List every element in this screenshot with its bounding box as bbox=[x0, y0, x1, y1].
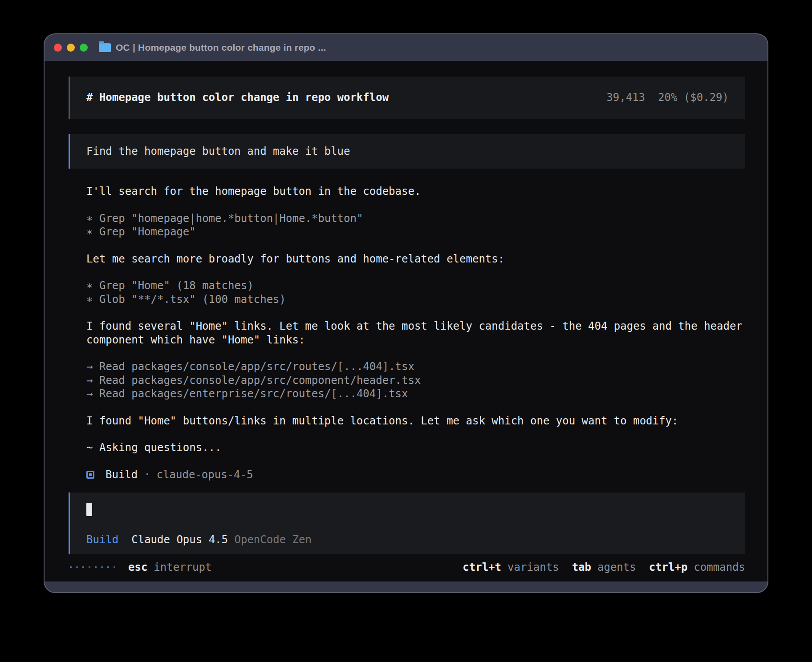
user-message: Find the homepage button and make it blu… bbox=[69, 134, 745, 169]
input-agent-mode[interactable]: Build bbox=[86, 533, 118, 547]
transcript-line: ∗Grep "Homepage" bbox=[86, 225, 745, 239]
line-prefix-icon: ∗ bbox=[86, 293, 93, 306]
transcript-paragraph: Let me search more broadly for buttons a… bbox=[86, 252, 745, 266]
line-prefix-icon: ∗ bbox=[86, 226, 93, 238]
esc-action-label: interrupt bbox=[154, 561, 211, 574]
status-bar: esc interrupt ctrl+t variants tab agents bbox=[69, 561, 745, 574]
agent-status-line: Build · claude-opus-4-5 bbox=[86, 468, 745, 482]
session-header: # Homepage button color change in repo w… bbox=[69, 77, 745, 119]
status-left: esc interrupt bbox=[69, 561, 211, 574]
progress-spinner-icon bbox=[70, 566, 115, 568]
session-stats: 39,413 20% ($0.29) bbox=[606, 91, 729, 105]
agent-name: Build bbox=[106, 468, 138, 482]
transcript-line: I'll search for the homepage button in t… bbox=[86, 185, 745, 198]
text-cursor bbox=[86, 503, 92, 516]
transcript-line: →Read packages/enterprise/src/routes/[..… bbox=[86, 387, 745, 401]
input-provider: OpenCode Zen bbox=[235, 533, 312, 547]
context-usage: 20% ($0.29) bbox=[658, 91, 729, 105]
line-prefix-icon: → bbox=[86, 374, 93, 387]
transcript-line: ~Asking questions... bbox=[86, 441, 745, 455]
close-button[interactable] bbox=[54, 44, 62, 52]
keyboard-hint: tab agents bbox=[572, 561, 636, 574]
transcript-line: I found "Home" buttons/links in multiple… bbox=[86, 414, 745, 428]
transcript-line: →Read packages/console/app/src/component… bbox=[86, 374, 745, 388]
esc-key-hint: esc bbox=[128, 561, 147, 574]
input-meta-row: Build Claude Opus 4.5 OpenCode Zen bbox=[86, 533, 729, 547]
status-right: ctrl+t variants tab agents ctrl+p comman… bbox=[463, 561, 745, 574]
token-count: 39,413 bbox=[606, 91, 645, 105]
transcript-paragraph: I found "Home" buttons/links in multiple… bbox=[86, 414, 745, 428]
transcript-line: Let me search more broadly for buttons a… bbox=[86, 252, 745, 266]
window-title: OC | Homepage button color change in rep… bbox=[116, 42, 326, 53]
folder-icon bbox=[99, 43, 111, 52]
prompt-input[interactable]: Build Claude Opus 4.5 OpenCode Zen bbox=[69, 492, 745, 554]
transcript-paragraph: ∗Grep "Home" (18 matches) ∗Glob "**/*.ts… bbox=[86, 279, 745, 306]
line-prefix-icon: ∗ bbox=[86, 212, 93, 225]
transcript-line: ∗Glob "**/*.tsx" (100 matches) bbox=[86, 293, 745, 307]
line-prefix-icon: → bbox=[86, 388, 93, 400]
window-titlebar[interactable]: OC | Homepage button color change in rep… bbox=[45, 34, 767, 61]
session-title: # Homepage button color change in repo w… bbox=[86, 91, 389, 105]
agent-build-icon bbox=[86, 471, 94, 479]
transcript-line: ∗Grep "homepage|home.*button|Home.*butto… bbox=[86, 212, 745, 226]
transcript-line: I found several "Home" links. Let me loo… bbox=[86, 319, 745, 347]
keyboard-hint: ctrl+p commands bbox=[649, 561, 745, 574]
line-prefix-icon: ∗ bbox=[86, 279, 93, 292]
maximize-button[interactable] bbox=[80, 44, 88, 52]
transcript-paragraph: ~Asking questions... bbox=[86, 441, 745, 455]
transcript-paragraph: ∗Grep "homepage|home.*button|Home.*butto… bbox=[86, 212, 745, 239]
minimize-button[interactable] bbox=[67, 44, 75, 52]
terminal-content: # Homepage button color change in repo w… bbox=[45, 61, 767, 581]
line-prefix-icon: → bbox=[86, 360, 93, 373]
transcript-line: →Read packages/console/app/src/routes/[.… bbox=[86, 360, 745, 374]
keyboard-hint: ctrl+t variants bbox=[463, 561, 559, 574]
transcript-paragraph: I found several "Home" links. Let me loo… bbox=[86, 319, 745, 347]
transcript-paragraph: I'll search for the homepage button in t… bbox=[86, 185, 745, 198]
line-prefix-icon: ~ bbox=[86, 441, 93, 454]
terminal-window: OC | Homepage button color change in rep… bbox=[44, 33, 768, 593]
agent-model: claude-opus-4-5 bbox=[157, 468, 253, 482]
transcript-paragraph: →Read packages/console/app/src/routes/[.… bbox=[86, 360, 745, 401]
separator-dot-icon: · bbox=[144, 468, 150, 482]
transcript-line: ∗Grep "Home" (18 matches) bbox=[86, 279, 745, 293]
user-message-text: Find the homepage button and make it blu… bbox=[86, 145, 350, 157]
input-model[interactable]: Claude Opus 4.5 bbox=[131, 533, 228, 547]
assistant-transcript: I'll search for the homepage button in t… bbox=[86, 185, 745, 455]
